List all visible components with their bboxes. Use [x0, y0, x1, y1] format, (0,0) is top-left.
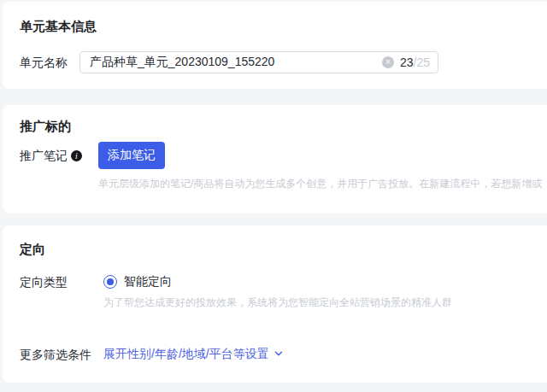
section-title-promotion-target: 推广标的	[20, 118, 542, 135]
promotion-note-label: 推广笔记 i	[20, 147, 98, 164]
more-filters-label: 更多筛选条件	[20, 346, 103, 363]
ad-unit-settings-page: 单元基本信息 单元名称 × 23/25 推广标的 推广笔记 i 添加笔记 单元层…	[0, 0, 547, 392]
smart-targeting-radio[interactable]	[103, 275, 117, 289]
unit-name-input-wrap: × 23/25	[79, 51, 438, 73]
section-promotion-target: 推广标的 推广笔记 i 添加笔记 单元层级添加的笔记/商品将自动为您生成多个创意…	[3, 105, 547, 214]
section-targeting: 定向 定向类型 智能定向 为了帮您达成更好的投放效果，系统将为您智能定向全站营销…	[3, 225, 547, 383]
expand-settings-link-text: 展开性别/年龄/地域/平台等设置	[103, 347, 269, 362]
unit-name-row: 单元名称 × 23/25	[20, 51, 542, 73]
unit-name-label: 单元名称	[20, 54, 79, 71]
smart-targeting-radio-label: 智能定向	[124, 274, 172, 290]
unit-name-input[interactable]	[80, 53, 382, 72]
more-filters-row: 更多筛选条件 展开性别/年龄/地域/平台等设置	[20, 346, 542, 363]
promotion-note-row: 推广笔记 i 添加笔记	[20, 142, 542, 169]
char-counter: 23/25	[400, 56, 430, 69]
radio-selected-dot	[107, 278, 114, 285]
clear-circle-icon[interactable]: ×	[382, 56, 394, 68]
section-title-targeting: 定向	[20, 241, 542, 258]
promotion-note-label-text: 推广笔记	[20, 147, 68, 164]
expand-settings-link[interactable]: 展开性别/年龄/地域/平台等设置	[103, 347, 284, 362]
promotion-note-helper-text: 单元层级添加的笔记/商品将自动为您生成多个创意，并用于广告投放。在新建流程中，若…	[98, 178, 542, 190]
char-count-max: /25	[414, 56, 430, 69]
add-note-button[interactable]: 添加笔记	[98, 142, 165, 169]
targeting-type-row: 定向类型 智能定向	[20, 273, 542, 290]
info-icon[interactable]: i	[71, 150, 82, 161]
char-count-current: 23	[400, 56, 414, 69]
chevron-down-icon	[274, 348, 284, 361]
targeting-type-label: 定向类型	[20, 273, 103, 290]
targeting-helper-text: 为了帮您达成更好的投放效果，系统将为您智能定向全站营销场景的精准人群	[103, 296, 542, 308]
section-title-unit-basic-info: 单元基本信息	[20, 18, 542, 35]
section-unit-basic-info: 单元基本信息 单元名称 × 23/25	[3, 2, 547, 89]
